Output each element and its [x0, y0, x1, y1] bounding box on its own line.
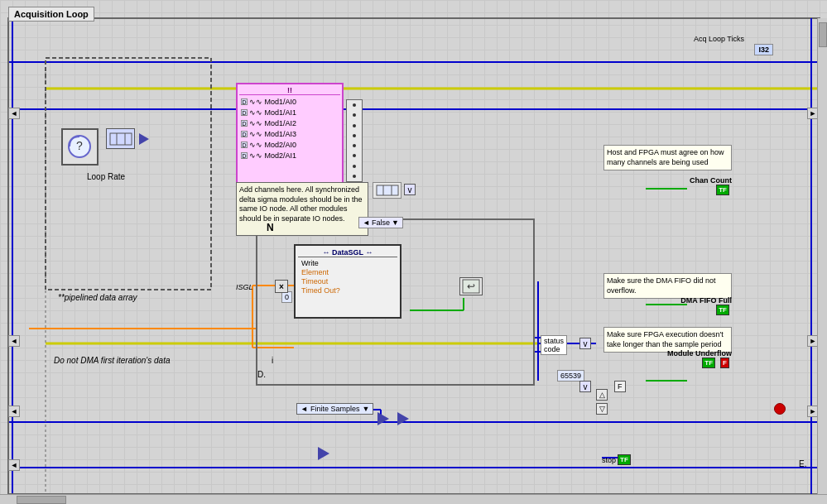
- io-dot: [353, 144, 356, 147]
- scroll-left-arrow4[interactable]: ◄: [8, 459, 20, 471]
- module-underflow-boxes: TF F: [702, 358, 729, 368]
- tf-indicator3: TF: [702, 358, 715, 368]
- v-indicator1: v: [579, 338, 591, 349]
- status-box: status code: [541, 335, 567, 355]
- tf-indicator: TF: [716, 185, 729, 195]
- channel-count-node: [373, 182, 401, 199]
- v-chan-indicator: v: [404, 184, 416, 195]
- acq-loop-ticks-label: Acq Loop Ticks: [694, 35, 744, 43]
- datasgl-write-row: Write: [301, 259, 394, 267]
- datasgl-block: ↔ DataSGL ↔ Write Element Timeout Timed …: [294, 244, 401, 319]
- nav-icon2[interactable]: ▽: [596, 403, 608, 415]
- dma-fifo-comment: Make sure the DMA FIFO did not overflow.: [603, 273, 732, 299]
- iterate-icon: ↩: [459, 277, 483, 295]
- io-connector-block: [346, 99, 363, 182]
- svg-rect-26: [46, 58, 211, 290]
- scrollbar-thumb[interactable]: [819, 22, 827, 47]
- n-label: N: [267, 222, 274, 233]
- false-selector[interactable]: ◄ False ▼: [358, 217, 403, 228]
- d-label: D.: [257, 370, 266, 379]
- datasgl-title: ↔ DataSGL ↔: [298, 248, 397, 257]
- loop-register-icon: [106, 128, 135, 149]
- f-box: F: [614, 381, 626, 392]
- stop-box: stop TF: [602, 454, 631, 465]
- f-indicator: F: [720, 358, 729, 368]
- loop-rate-icon: ?: [61, 128, 99, 166]
- io-dot: [353, 165, 356, 168]
- datasgl-timeout-row: Timeout: [301, 277, 394, 286]
- dma-fifo-tf-box: TF: [716, 305, 729, 315]
- io-dot: [353, 175, 356, 178]
- scroll-left-arrow2[interactable]: ◄: [8, 335, 20, 347]
- svg-text:?: ?: [76, 139, 83, 152]
- svg-rect-36: [377, 185, 398, 195]
- svg-rect-25: [8, 18, 820, 494]
- svg-rect-31: [110, 133, 132, 145]
- scrollbar-horizontal[interactable]: [0, 494, 827, 504]
- do-not-dma-label: Do not DMA first iteration's data: [54, 356, 170, 365]
- zero-input: 0: [281, 291, 292, 303]
- io-dot: [353, 124, 356, 127]
- io-dot: [353, 103, 356, 107]
- play-arrow1[interactable]: [377, 412, 389, 425]
- scroll-left-arrow3[interactable]: ◄: [8, 406, 20, 417]
- multiply-node: ×: [275, 280, 288, 293]
- module-row-0: D ∿∿ Mod1/AI0: [239, 97, 340, 107]
- module-row-4: D ∿∿ Mod2/AI0: [239, 140, 340, 150]
- chan-count-label: Chan Count: [690, 176, 732, 185]
- scrollbar-h-thumb[interactable]: [17, 496, 66, 504]
- nav-icon1[interactable]: △: [596, 389, 608, 401]
- comment-box-channels: Add channels here. All synchronized delt…: [236, 182, 368, 236]
- tf-indicator2: TF: [716, 305, 729, 315]
- svg-text:↩: ↩: [467, 281, 475, 292]
- loop-rate-label: Loop Rate: [87, 172, 125, 181]
- dma-fifo-label: DMA FIFO Full: [680, 296, 732, 305]
- pipelined-label: **pipelined data array: [58, 293, 137, 302]
- play-arrow2[interactable]: [397, 412, 409, 425]
- i-label: i: [272, 356, 273, 365]
- finite-samples-dropdown[interactable]: ◄ Finite Samples ▼: [296, 403, 373, 415]
- io-dot: [353, 113, 356, 117]
- num-65539-box: 65539: [557, 370, 584, 382]
- scrollbar-vertical[interactable]: [817, 18, 827, 494]
- sgl-label: ISGL: [236, 283, 253, 291]
- i32-type-box: I32: [754, 44, 773, 55]
- datasgl-element-row: Element: [301, 268, 394, 276]
- acquisition-loop-title: Acquisition Loop: [8, 7, 94, 22]
- arrow-icon: [139, 133, 149, 145]
- module-underflow-label: Module Underflow: [667, 349, 732, 358]
- io-dot: [353, 154, 356, 157]
- e-label: E.: [799, 459, 806, 468]
- module-row-5: D ∿∿ Mod2/AI1: [239, 151, 340, 161]
- chan-count-tf-box: TF: [716, 185, 729, 195]
- datasgl-timedout-row: Timed Out?: [301, 286, 394, 295]
- scroll-left-arrow[interactable]: ◄: [8, 108, 20, 119]
- chan-count-comment: Host and FPGA must agree on how many cha…: [603, 145, 732, 170]
- play-arrow3[interactable]: [318, 447, 329, 460]
- title-text: Acquisition Loop: [14, 9, 89, 19]
- v-indicator2: v: [579, 381, 591, 392]
- stop-tf-indicator: TF: [618, 454, 631, 465]
- module-row-1: D ∿∿ Mod1/AI1: [239, 108, 340, 118]
- module-row-3: D ∿∿ Mod1/AI3: [239, 129, 340, 139]
- red-circle-indicator: [774, 403, 786, 415]
- io-dot: [353, 134, 356, 137]
- module-row-2: D ∿∿ Mod1/AI2: [239, 118, 340, 128]
- module-title: !!: [239, 86, 340, 95]
